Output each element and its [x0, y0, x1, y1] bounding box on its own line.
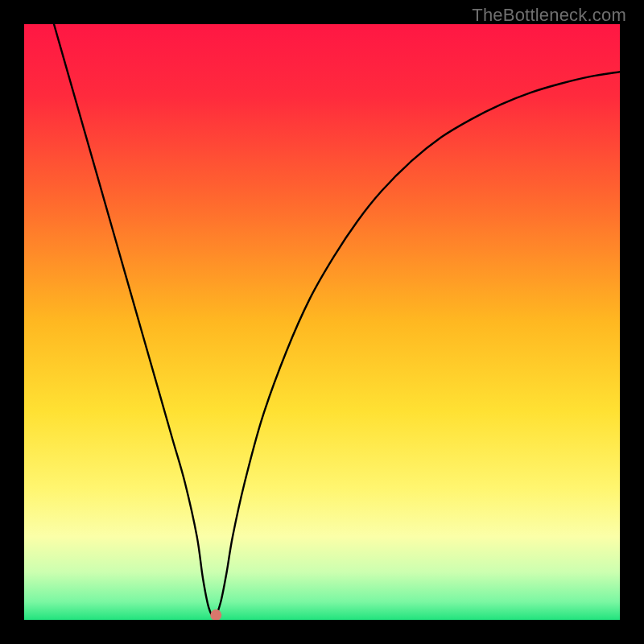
plot-area [24, 24, 620, 620]
chart-frame: TheBottleneck.com [0, 0, 644, 644]
plot-svg [24, 24, 620, 620]
gradient-background [24, 24, 620, 620]
watermark-text: TheBottleneck.com [472, 5, 626, 26]
